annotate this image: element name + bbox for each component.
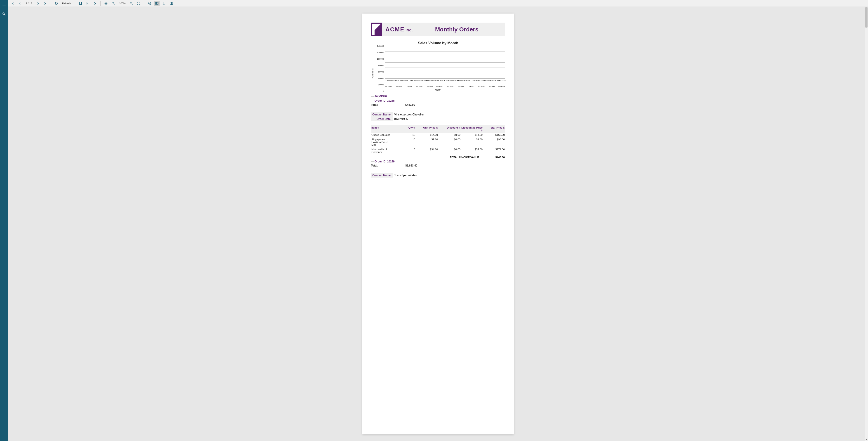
search-icon bbox=[2, 12, 6, 16]
company-name: ACME bbox=[385, 26, 405, 33]
chart-x-tick: 01/1997 bbox=[416, 85, 423, 88]
last-page-button[interactable] bbox=[42, 1, 48, 6]
order-group-toggle[interactable]: —Order ID: 10248 bbox=[371, 99, 505, 102]
zoom-in-icon bbox=[129, 2, 133, 5]
left-rail bbox=[0, 0, 8, 441]
svg-rect-7 bbox=[163, 2, 165, 5]
sort-icon[interactable]: ⇅ bbox=[503, 127, 505, 129]
toolbar: 1 / 13 Refresh 100% bbox=[8, 0, 868, 7]
order-total-line: Total:$1,863.40 bbox=[371, 164, 505, 167]
chart-x-tick: 07/1996 bbox=[385, 85, 392, 88]
hamburger-icon bbox=[2, 2, 6, 6]
order-total-line: Total:$440.00 bbox=[371, 103, 505, 106]
table-row: Queso Cabrales12$14.00$0.00$14.00$168.00 bbox=[371, 133, 505, 137]
menu-button[interactable] bbox=[1, 1, 7, 7]
refresh-button[interactable] bbox=[54, 1, 59, 6]
reading-view-button[interactable] bbox=[154, 1, 160, 6]
col-total-price[interactable]: Total Price⇅ bbox=[483, 126, 505, 132]
scroll-down-icon[interactable]: ▾ bbox=[865, 438, 868, 441]
report-header: ACME INC. Monthly Orders bbox=[371, 23, 505, 36]
fullscreen-button[interactable] bbox=[136, 1, 141, 6]
chart-x-tick: 09/1997 bbox=[457, 85, 464, 88]
chart-x-tick bbox=[423, 85, 426, 88]
sales-chart: Volume ($) 27861.925485.2826381.437515.7… bbox=[371, 46, 505, 91]
zoom-level: 100% bbox=[118, 2, 127, 5]
zoom-out-button[interactable] bbox=[111, 1, 116, 6]
report-viewer[interactable]: ACME INC. Monthly Orders Sales Volume by… bbox=[8, 7, 868, 441]
chart-x-tick: 07/1997 bbox=[447, 85, 454, 88]
chart-x-tick bbox=[454, 85, 457, 88]
chart-x-tick bbox=[485, 85, 488, 88]
chart-bar-label: 18333.64 bbox=[498, 79, 506, 82]
chart-x-tick bbox=[392, 85, 395, 88]
first-page-button[interactable] bbox=[10, 1, 16, 6]
chart-x-tick: 03/1997 bbox=[426, 85, 433, 88]
chart-x-tick bbox=[433, 85, 436, 88]
chart-ylabel: Volume ($) bbox=[371, 46, 374, 91]
sort-icon[interactable]: ⇅ bbox=[436, 127, 438, 129]
order-date-row: Order Date:04/07/1996 bbox=[371, 117, 505, 121]
refresh-label[interactable]: Refresh bbox=[61, 2, 72, 5]
page-icon bbox=[162, 2, 166, 5]
pan-button[interactable] bbox=[103, 1, 109, 6]
col-qty[interactable]: Qty⇅ bbox=[393, 126, 415, 132]
zoom-in-button[interactable] bbox=[129, 1, 134, 6]
collapse-icon: — bbox=[371, 99, 374, 102]
report-page: ACME INC. Monthly Orders Sales Volume by… bbox=[362, 13, 514, 434]
chart-x-tick: 05/1998 bbox=[498, 85, 505, 88]
chart-x-tick: 05/1997 bbox=[436, 85, 443, 88]
chart-x-tick bbox=[464, 85, 467, 88]
chart-x-tick: 03/1998 bbox=[488, 85, 495, 88]
table-row: Mozzarella di Giovanni5$34.80$0.00$34.80… bbox=[371, 147, 505, 154]
month-group-toggle[interactable]: —July/1996 bbox=[371, 95, 505, 98]
scroll-thumb[interactable] bbox=[865, 7, 868, 28]
prev-page-button[interactable] bbox=[17, 1, 23, 6]
col-item[interactable]: Item⇅ bbox=[371, 126, 393, 132]
single-page-button[interactable] bbox=[161, 1, 167, 6]
last-page-icon bbox=[43, 2, 47, 5]
arrow-right-icon bbox=[36, 2, 40, 5]
sort-icon[interactable]: ⇅ bbox=[377, 127, 379, 129]
step-back-button[interactable] bbox=[85, 1, 90, 6]
export-icon bbox=[79, 2, 82, 5]
chart-x-tick: 01/1998 bbox=[477, 85, 485, 88]
print-button[interactable] bbox=[147, 1, 152, 6]
company-suffix: INC. bbox=[406, 28, 413, 32]
svg-rect-9 bbox=[172, 2, 173, 4]
chart-title: Sales Volume by Month bbox=[371, 41, 505, 45]
print-icon bbox=[148, 2, 151, 5]
col-discount[interactable]: Discount⇅ bbox=[438, 126, 460, 132]
collapse-icon: — bbox=[371, 95, 374, 98]
chart-x-tick bbox=[402, 85, 405, 88]
vertical-scrollbar[interactable]: ▾ bbox=[865, 7, 868, 441]
step-forward-icon bbox=[93, 2, 97, 5]
logo-mark-icon bbox=[371, 23, 382, 36]
rail-search-button[interactable] bbox=[1, 11, 7, 17]
col-discounted-price[interactable]: Discounted Price⇅ bbox=[460, 126, 483, 132]
table-header-row: Item⇅Qty⇅Unit Price⇅Discount⇅Discounted … bbox=[371, 125, 505, 133]
multi-page-button[interactable] bbox=[168, 1, 174, 6]
sort-icon[interactable]: ⇅ bbox=[413, 127, 415, 129]
step-forward-button[interactable] bbox=[92, 1, 98, 6]
invoice-total-row: TOTAL INVOICE VALUE:$440.00 bbox=[438, 155, 505, 159]
report-title: Monthly Orders bbox=[413, 26, 505, 33]
chart-x-tick: 11/1997 bbox=[467, 85, 474, 88]
export-button[interactable] bbox=[78, 1, 83, 6]
svg-point-0 bbox=[3, 13, 5, 15]
sort-icon[interactable]: ⇅ bbox=[459, 127, 460, 129]
collapse-icon: — bbox=[371, 160, 374, 163]
zoom-out-icon bbox=[112, 2, 115, 5]
move-icon bbox=[104, 2, 108, 5]
next-page-button[interactable] bbox=[35, 1, 41, 6]
pages-icon bbox=[169, 2, 173, 5]
svg-rect-8 bbox=[170, 2, 171, 4]
book-open-icon bbox=[155, 2, 159, 5]
arrow-left-icon bbox=[18, 2, 22, 5]
order-items-table: Item⇅Qty⇅Unit Price⇅Discount⇅Discounted … bbox=[371, 125, 505, 154]
table-row: Singaporean Hokkien Fried Mee10$9.80$0.0… bbox=[371, 137, 505, 147]
sort-icon[interactable]: ⇅ bbox=[481, 129, 483, 132]
col-unit-price[interactable]: Unit Price⇅ bbox=[415, 126, 438, 132]
first-page-icon bbox=[11, 2, 14, 5]
order-group-toggle[interactable]: —Order ID: 10249 bbox=[371, 160, 505, 163]
chart-x-tick: 09/1996 bbox=[395, 85, 402, 88]
